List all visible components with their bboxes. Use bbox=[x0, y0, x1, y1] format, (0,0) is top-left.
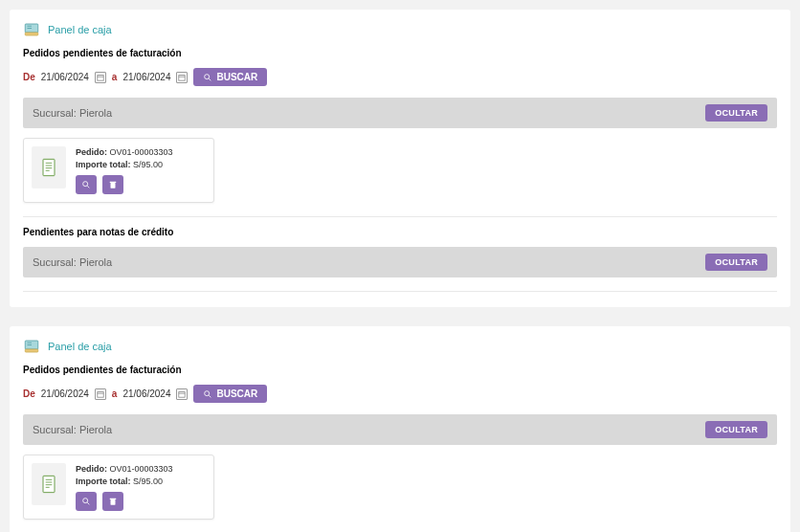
divider bbox=[23, 216, 777, 217]
section-credit-label: Pendientes para notas de crédito bbox=[23, 227, 777, 237]
branch-bar-billing: Sucursal: Pierola OCULTAR bbox=[23, 98, 777, 128]
view-order-button[interactable] bbox=[76, 492, 97, 511]
search-button-label: BUSCAR bbox=[216, 388, 257, 399]
date-to-value: 21/06/2024 bbox=[122, 72, 170, 82]
order-amount-line: Importe total: S/95.00 bbox=[76, 476, 206, 488]
branch-bar-billing: Sucursal: Pierola OCULTAR bbox=[23, 414, 777, 445]
panel-title[interactable]: Panel de caja bbox=[48, 24, 112, 35]
order-info: Pedido: OV01-00003303 Importe total: S/9… bbox=[76, 146, 206, 194]
branch-label: Sucursal: Pierola bbox=[33, 107, 112, 119]
invoice-icon bbox=[32, 146, 66, 188]
cashier-panel: Panel de caja Pedidos pendientes de fact… bbox=[10, 10, 790, 307]
view-order-button[interactable] bbox=[76, 175, 97, 194]
cashier-icon bbox=[23, 21, 40, 38]
svg-rect-23 bbox=[98, 391, 103, 397]
order-code-line: Pedido: OV01-00003303 bbox=[76, 146, 206, 159]
panel-title[interactable]: Panel de caja bbox=[48, 341, 112, 352]
hide-branch-button[interactable]: OCULTAR bbox=[705, 104, 767, 122]
date-from-value: 21/06/2024 bbox=[41, 72, 89, 82]
svg-rect-37 bbox=[110, 499, 117, 499]
svg-line-9 bbox=[210, 78, 211, 80]
from-label: De bbox=[23, 72, 35, 82]
order-info: Pedido: OV01-00003303 Importe total: S/9… bbox=[76, 463, 206, 511]
order-code-line: Pedido: OV01-00003303 bbox=[76, 463, 206, 476]
svg-rect-25 bbox=[179, 391, 185, 397]
svg-point-15 bbox=[83, 182, 88, 187]
svg-rect-6 bbox=[179, 75, 185, 80]
order-actions bbox=[76, 492, 206, 511]
svg-rect-36 bbox=[111, 499, 116, 505]
calendar-from-icon[interactable] bbox=[95, 72, 106, 83]
order-card: Pedido: OV01-00003303 Importe total: S/9… bbox=[23, 454, 214, 520]
calendar-to-icon[interactable] bbox=[176, 72, 188, 83]
svg-rect-18 bbox=[110, 182, 117, 183]
date-filter-row: De 21/06/2024 a 21/06/2024 BUSCAR bbox=[23, 385, 777, 403]
invoice-icon bbox=[32, 463, 66, 505]
svg-rect-20 bbox=[25, 349, 38, 352]
section-billing-label: Pedidos pendientes de facturación bbox=[23, 48, 777, 58]
cashier-icon bbox=[23, 338, 40, 355]
branch-label: Sucursal: Pierola bbox=[33, 424, 112, 435]
divider bbox=[23, 291, 777, 292]
delete-order-button[interactable] bbox=[102, 175, 123, 194]
svg-line-28 bbox=[210, 395, 211, 397]
svg-point-34 bbox=[83, 499, 88, 503]
search-button-label: BUSCAR bbox=[216, 72, 257, 82]
panel-header: Panel de caja bbox=[23, 21, 777, 38]
search-button[interactable]: BUSCAR bbox=[193, 68, 267, 86]
date-filter-row: De 21/06/2024 a 21/06/2024 BUSCAR bbox=[23, 68, 777, 86]
order-amount-line: Importe total: S/95.00 bbox=[76, 159, 206, 171]
to-label: a bbox=[112, 388, 118, 399]
hide-credit-button[interactable]: OCULTAR bbox=[705, 254, 767, 271]
hide-branch-button[interactable]: OCULTAR bbox=[705, 421, 767, 438]
delete-order-button[interactable] bbox=[102, 492, 123, 511]
section-billing-label: Pedidos pendientes de facturación bbox=[23, 365, 777, 375]
branch-credit-label: Sucursal: Pierola bbox=[33, 256, 112, 268]
calendar-from-icon[interactable] bbox=[95, 388, 106, 400]
branch-bar-credit: Sucursal: Pierola OCULTAR bbox=[23, 247, 777, 277]
cashier-panel: Panel de caja Pedidos pendientes de fact… bbox=[10, 326, 790, 532]
svg-line-35 bbox=[87, 503, 89, 505]
order-actions bbox=[76, 175, 206, 194]
svg-point-8 bbox=[205, 74, 210, 78]
svg-rect-17 bbox=[111, 183, 116, 188]
svg-rect-4 bbox=[98, 75, 103, 80]
from-label: De bbox=[23, 388, 35, 399]
svg-rect-10 bbox=[43, 159, 55, 175]
date-from-value: 21/06/2024 bbox=[41, 388, 89, 399]
to-label: a bbox=[112, 72, 118, 82]
svg-line-16 bbox=[87, 186, 89, 188]
svg-point-27 bbox=[205, 390, 210, 395]
order-card: Pedido: OV01-00003303 Importe total: S/9… bbox=[23, 138, 214, 203]
panel-header: Panel de caja bbox=[23, 338, 777, 355]
calendar-to-icon[interactable] bbox=[176, 388, 188, 400]
date-to-value: 21/06/2024 bbox=[122, 388, 170, 399]
svg-rect-1 bbox=[25, 33, 38, 35]
svg-rect-29 bbox=[43, 477, 55, 493]
search-button[interactable]: BUSCAR bbox=[193, 385, 267, 403]
